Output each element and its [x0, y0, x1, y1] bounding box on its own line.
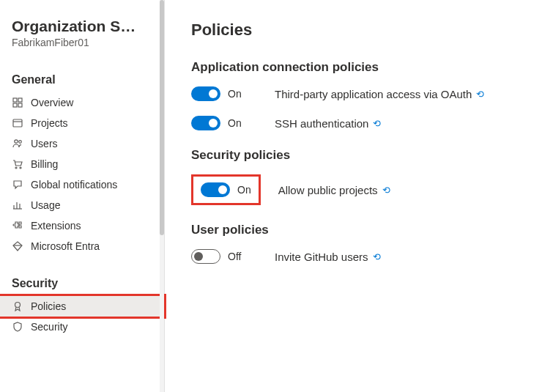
sidebar-item-label: Policies: [31, 300, 66, 312]
puzzle-icon: [12, 220, 23, 232]
sidebar-item-extensions[interactable]: Extensions: [0, 215, 164, 236]
section-label-security: Security: [0, 256, 164, 296]
sidebar-header: Organization S… FabrikamFiber01: [0, 18, 164, 53]
dashboard-icon: [12, 97, 23, 108]
sidebar-item-label: Global notifications: [31, 179, 117, 191]
policy-row-public-projects: On Allow public projects ⟲: [191, 174, 527, 205]
toggle-invite-github[interactable]: [191, 249, 220, 264]
toggle-oauth[interactable]: [191, 86, 220, 101]
sidebar-item-label: Security: [31, 321, 68, 333]
sidebar-subtitle: FabrikamFiber01: [12, 37, 152, 48]
svg-point-8: [15, 167, 17, 169]
link-icon[interactable]: ⟲: [373, 118, 381, 129]
sidebar-item-projects[interactable]: Projects: [0, 113, 164, 133]
section-title-app-connection: Application connection policies: [191, 60, 527, 75]
sidebar-item-label: Extensions: [31, 220, 81, 232]
link-icon[interactable]: ⟲: [373, 251, 381, 262]
sidebar-item-label: Microsoft Entra: [31, 240, 100, 252]
projects-icon: [12, 117, 23, 129]
policy-label: SSH authentication ⟲: [275, 117, 381, 130]
svg-point-6: [15, 140, 18, 143]
sidebar-item-label: Projects: [31, 117, 68, 129]
toggle-state-label: On: [228, 88, 242, 100]
sidebar-item-label: Overview: [31, 97, 73, 108]
svg-rect-4: [13, 119, 22, 127]
sidebar-item-microsoft-entra[interactable]: Microsoft Entra: [0, 236, 164, 256]
highlight-annotation: Policies: [0, 294, 166, 319]
svg-rect-0: [13, 98, 17, 102]
policy-label: Third-party application access via OAuth…: [275, 88, 484, 100]
chat-icon: [12, 179, 23, 191]
section-label-general: General: [0, 53, 164, 92]
shield-icon: [12, 321, 23, 333]
sidebar-item-label: Billing: [31, 158, 58, 170]
page-title: Policies: [191, 21, 527, 40]
sidebar-title: Organization S…: [12, 18, 152, 35]
main-content: Policies Application connection policies…: [165, 0, 542, 392]
entra-icon: [12, 240, 23, 252]
toggle-state-label: On: [228, 117, 242, 129]
svg-point-7: [19, 141, 22, 144]
svg-rect-3: [18, 103, 22, 107]
policy-row-invite-github: Off Invite GitHub users ⟲: [191, 249, 527, 264]
section-title-security-policies: Security policies: [191, 148, 527, 163]
sidebar-item-users[interactable]: Users: [0, 133, 164, 154]
link-icon[interactable]: ⟲: [476, 89, 484, 100]
section-title-user-policies: User policies: [191, 223, 527, 237]
svg-point-15: [15, 303, 21, 308]
link-icon[interactable]: ⟲: [382, 185, 390, 196]
sidebar-item-policies[interactable]: Policies: [0, 296, 164, 317]
sidebar-item-security[interactable]: Security: [0, 317, 164, 337]
sidebar-item-billing[interactable]: Billing: [0, 154, 164, 174]
cart-icon: [12, 158, 23, 170]
scrollbar-track: [160, 0, 164, 392]
scrollbar-thumb[interactable]: [160, 0, 164, 235]
svg-rect-1: [18, 98, 22, 102]
chart-icon: [12, 199, 23, 211]
sidebar-item-global-notifications[interactable]: Global notifications: [0, 174, 164, 195]
toggle-state-label: Off: [228, 251, 241, 262]
highlight-annotation: On: [191, 174, 261, 205]
sidebar-item-label: Users: [31, 138, 58, 149]
svg-rect-2: [13, 103, 17, 107]
badge-icon: [12, 300, 23, 312]
users-icon: [12, 138, 23, 149]
sidebar-item-label: Usage: [31, 199, 60, 211]
sidebar-item-usage[interactable]: Usage: [0, 195, 164, 215]
svg-point-9: [20, 167, 21, 169]
policy-row-ssh: On SSH authentication ⟲: [191, 116, 527, 130]
toggle-state-label: On: [237, 184, 251, 196]
policy-row-oauth: On Third-party application access via OA…: [191, 86, 527, 101]
policy-label: Allow public projects ⟲: [278, 184, 390, 196]
sidebar-item-overview[interactable]: Overview: [0, 92, 164, 113]
toggle-public-projects[interactable]: [201, 182, 230, 197]
toggle-ssh[interactable]: [191, 116, 220, 130]
sidebar: Organization S… FabrikamFiber01 General …: [0, 0, 165, 392]
policy-label: Invite GitHub users ⟲: [275, 251, 381, 263]
